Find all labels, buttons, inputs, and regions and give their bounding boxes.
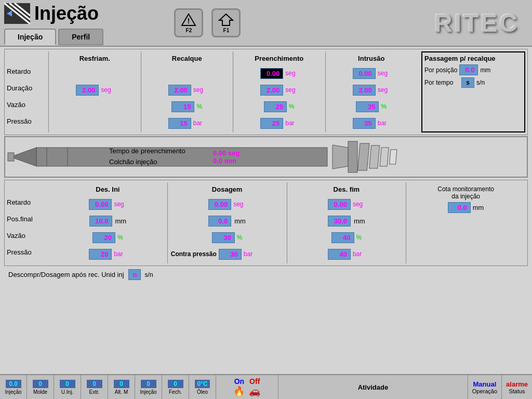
resfriam-duracao-val[interactable]: 2.00 <box>76 85 99 96</box>
status-altm[interactable]: 0 Alt. M <box>108 375 135 399</box>
tab-perfil[interactable]: Perfil <box>58 29 103 45</box>
por-tempo-label: Por tempo <box>424 79 453 86</box>
por-tempo-val[interactable]: s <box>461 77 474 88</box>
dosagem-pressao[interactable]: Contra pressão 30 bar <box>171 246 284 262</box>
status-oleo-val[interactable]: 0°C <box>195 380 209 388</box>
svg-rect-18 <box>389 150 396 164</box>
status-uinj-label: U.Inj. <box>61 389 73 395</box>
status-injecao-val[interactable]: 0.0 <box>6 380 21 388</box>
col-des-ini: Des. Ini <box>51 183 164 195</box>
statusbar: 0.0 Injeção 0 Molde 0 U.Inj. 0 Extr. 0 A… <box>0 374 532 399</box>
intrusao-duracao-val[interactable]: 2.00 <box>353 85 376 96</box>
desfim-retardo[interactable]: 0.00 seg <box>290 196 403 212</box>
desfim-pos-val[interactable]: 30.0 <box>328 216 351 227</box>
diagram-val2[interactable]: 0.0 <box>213 157 222 165</box>
preench-retardo[interactable]: 0.00 seg <box>236 65 322 82</box>
recalque-vazao-val[interactable]: 15 <box>171 101 194 112</box>
recalque-duracao[interactable]: 2.00 seg <box>144 82 230 98</box>
resfriam-duracao[interactable]: 2.00 seg <box>52 82 138 98</box>
desfim-retardo-val[interactable]: 0.00 <box>328 199 351 210</box>
desini-pressao-val[interactable]: 20 <box>89 249 112 260</box>
status-extr[interactable]: 0 Extr. <box>81 375 108 399</box>
status-uinj-val[interactable]: 0 <box>60 380 75 388</box>
preench-pressao[interactable]: 25 bar <box>236 115 322 131</box>
descompr-val[interactable]: n <box>128 269 141 280</box>
cota-title2: da injeção <box>451 193 480 200</box>
status-extr-val[interactable]: 0 <box>87 380 102 388</box>
dosagem-vazao-unit: % <box>237 234 243 241</box>
desini-pos-val[interactable]: 10.0 <box>89 216 112 227</box>
dosagem-retardo-val[interactable]: 0.00 <box>208 199 231 210</box>
por-posicao-unit: mm <box>480 66 490 74</box>
desini-retardo-val[interactable]: 0.00 <box>89 199 112 210</box>
intrusao-vazao-val[interactable]: 35 <box>356 101 379 112</box>
desini-retardo[interactable]: 0.00 seg <box>51 196 164 212</box>
preench-duracao-val[interactable]: 2.00 <box>260 85 283 96</box>
intrusao-retardo-val[interactable]: 0.00 <box>353 68 376 79</box>
preench-vazao-val[interactable]: 25 <box>264 101 287 112</box>
dosagem-vazao[interactable]: 30 % <box>171 229 284 246</box>
status-altm-val[interactable]: 0 <box>114 380 129 388</box>
desfim-pressao-val[interactable]: 40 <box>328 249 351 260</box>
preench-retardo-val[interactable]: 0.00 <box>260 68 283 79</box>
preench-pressao-val[interactable]: 25 <box>260 118 283 129</box>
diagram-unit2: mm <box>224 157 236 165</box>
dosagem-vazao-val[interactable]: 30 <box>212 232 235 243</box>
col-recalque: Recalque <box>144 52 230 64</box>
recalque-vazao[interactable]: 15 % <box>144 98 230 115</box>
desfim-vazao[interactable]: 40 % <box>290 229 403 246</box>
f2-button[interactable]: ! F2 <box>174 8 203 37</box>
desfim-vazao-val[interactable]: 40 <box>331 232 354 243</box>
status-injecao2[interactable]: 0 Injeção <box>135 375 162 399</box>
on-label[interactable]: On <box>232 377 246 385</box>
recalque-pressao-val[interactable]: 15 <box>168 118 191 129</box>
por-posicao-label: Por posição <box>424 66 457 74</box>
desini-vazao-val[interactable]: 20 <box>92 232 115 243</box>
status-fech[interactable]: 0 Fech. <box>162 375 189 399</box>
diagram-unit1: seg <box>228 149 240 157</box>
warning-icon: ! <box>181 13 196 26</box>
preench-vazao-unit: % <box>289 103 295 110</box>
tab-injecao[interactable]: Injeção <box>4 29 56 45</box>
status-injecao[interactable]: 0.0 Injeção <box>0 375 27 399</box>
preench-duracao[interactable]: 2.00 seg <box>236 82 322 98</box>
desini-pressao[interactable]: 20 bar <box>51 246 164 262</box>
desini-vazao[interactable]: 20 % <box>51 229 164 246</box>
status-oleo[interactable]: 0°C Óleo <box>189 375 216 399</box>
desfim-pos[interactable]: 30.0 mm <box>290 212 403 229</box>
preench-vazao[interactable]: 25 % <box>236 98 322 115</box>
dosagem-pressao-unit: bar <box>244 250 256 258</box>
recalque-duracao-val[interactable]: 2.00 <box>168 85 191 96</box>
desini-pos[interactable]: 10.0 mm <box>51 212 164 229</box>
recalque-pressao[interactable]: 15 bar <box>144 115 230 131</box>
resfriam-retardo <box>52 65 138 82</box>
status-uinj[interactable]: 0 U.Inj. <box>54 375 81 399</box>
dosagem-pos-val[interactable]: 0.0 <box>208 216 231 227</box>
cota-val[interactable]: 0.0 <box>448 202 471 213</box>
dosagem-pos[interactable]: 0.0 mm <box>171 212 284 229</box>
status-fech-val[interactable]: 0 <box>168 380 183 388</box>
status-molde-val[interactable]: 0 <box>33 380 48 388</box>
status-injecao2-val[interactable]: 0 <box>141 380 156 388</box>
desfim-pressao[interactable]: 40 bar <box>290 246 403 262</box>
preench-retardo-unit: seg <box>285 70 298 77</box>
intrusao-duracao[interactable]: 2.00 seg <box>329 82 415 98</box>
intrusao-vazao[interactable]: 35 % <box>329 98 415 115</box>
svg-rect-15 <box>357 143 369 170</box>
diagram-val1[interactable]: 0.00 <box>213 149 226 157</box>
operacao-label: Operação <box>472 388 497 394</box>
intrusao-retardo-unit: seg <box>378 70 390 77</box>
intrusao-pressao-val[interactable]: 35 <box>353 118 376 129</box>
intrusao-pressao[interactable]: 35 bar <box>329 115 415 131</box>
por-posicao-val[interactable]: 0.0 <box>459 64 478 75</box>
desfim-pos-unit: mm <box>354 217 365 225</box>
status-molde[interactable]: 0 Molde <box>27 375 54 399</box>
status-operacao: Manual Operação <box>468 375 502 399</box>
off-label[interactable]: Off <box>247 377 262 385</box>
dosagem-pressao-val[interactable]: 30 <box>219 249 242 260</box>
intrusao-retardo[interactable]: 0.00 seg <box>329 65 415 82</box>
recalque-vazao-unit: % <box>196 103 202 110</box>
f1-button[interactable]: F1 <box>211 8 241 37</box>
dosagem-retardo[interactable]: 0.00 seg <box>171 196 284 212</box>
alarme-val: alarme <box>506 380 528 388</box>
